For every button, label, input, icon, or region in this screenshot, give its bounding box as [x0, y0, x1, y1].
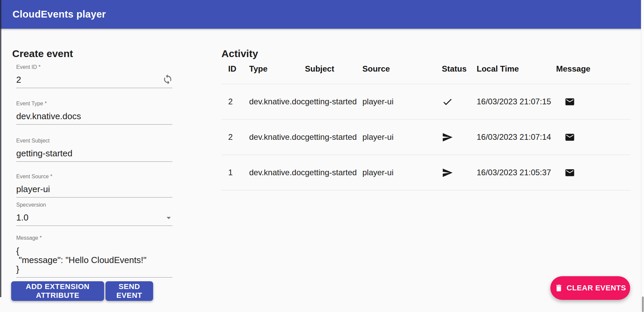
send-icon	[442, 132, 453, 143]
activity-table: ID Type Subject Source Status Local Time…	[221, 54, 631, 190]
event-id-field[interactable]: Event ID * 2	[16, 64, 172, 88]
cell-source: player-ui	[362, 132, 442, 142]
send-event-button[interactable]: SEND EVENT	[105, 281, 153, 301]
cell-message	[556, 97, 624, 107]
cell-type: dev.knative.docs	[249, 97, 305, 106]
cell-id: 1	[221, 168, 249, 177]
event-type-field[interactable]: Event Type * dev.knative.docs	[16, 101, 172, 125]
sync-icon[interactable]	[162, 74, 173, 85]
cell-subject: getting-started	[305, 97, 362, 106]
message-label: Message *	[16, 235, 172, 241]
event-subject-field[interactable]: Event Subject getting-started	[16, 138, 172, 162]
cell-local-time: 16/03/2023 21:05:37	[477, 168, 556, 177]
specversion-select[interactable]: Specversion 1.0	[16, 202, 172, 226]
cell-type: dev.knative.docs	[249, 132, 305, 142]
cell-message	[556, 132, 624, 142]
cell-id: 2	[221, 132, 249, 142]
cell-status	[442, 167, 477, 178]
cell-status	[442, 132, 477, 143]
cell-message	[556, 167, 624, 178]
specversion-label: Specversion	[16, 202, 172, 208]
event-source-value[interactable]: player-ui	[16, 184, 50, 194]
scrollbar-thumb[interactable]	[642, 296, 644, 312]
send-icon	[442, 167, 453, 178]
trash-icon	[554, 284, 563, 292]
event-type-value[interactable]: dev.knative.docs	[16, 111, 81, 122]
activity-row: 1 dev.knative.docs getting-started playe…	[221, 155, 631, 190]
event-type-label: Event Type *	[16, 101, 172, 107]
event-id-label: Event ID *	[16, 64, 172, 70]
cell-source: player-ui	[362, 168, 442, 177]
cell-local-time: 16/03/2023 21:07:14	[477, 132, 556, 142]
event-subject-label: Event Subject	[16, 138, 172, 144]
column-header-type: Type	[249, 64, 305, 74]
activity-row: 2 dev.knative.docs getting-started playe…	[221, 120, 631, 155]
app-bar: CloudEvents player	[0, 0, 644, 29]
column-header-id: ID	[221, 64, 249, 74]
cell-type: dev.knative.docs	[249, 168, 305, 177]
cell-subject: getting-started	[305, 132, 362, 142]
cell-subject: getting-started	[305, 168, 362, 177]
event-subject-value[interactable]: getting-started	[16, 148, 72, 159]
column-header-subject: Subject	[305, 64, 362, 74]
activity-table-body: 2 dev.knative.docs getting-started playe…	[221, 84, 631, 190]
app-title: CloudEvents player	[13, 9, 106, 20]
event-source-label: Event Source *	[16, 174, 172, 180]
cell-source: player-ui	[362, 97, 442, 106]
cell-status	[442, 96, 477, 107]
event-id-value[interactable]: 2	[16, 75, 21, 85]
message-field[interactable]: Message * { "message": "Hello CloudEvent…	[16, 235, 172, 278]
cloudevents-player-app: CloudEvents player Create event Event ID…	[0, 0, 644, 312]
window-edge-strip	[0, 0, 1, 297]
specversion-value[interactable]: 1.0	[16, 212, 28, 223]
clear-events-label: CLEAR EVENTS	[567, 284, 626, 292]
activity-row: 2 dev.knative.docs getting-started playe…	[221, 84, 631, 120]
event-source-field[interactable]: Event Source * player-ui	[16, 174, 172, 198]
activity-table-header: ID Type Subject Source Status Local Time…	[221, 54, 631, 84]
add-extension-attribute-button[interactable]: ADD EXTENSION ATTRIBUTE	[11, 281, 104, 301]
message-value[interactable]: { "message": "Hello CloudEvents!"}	[16, 246, 146, 274]
dropdown-arrow-icon[interactable]	[164, 213, 174, 223]
column-header-status: Status	[442, 64, 477, 74]
scrollbar-track	[641, 0, 644, 312]
cell-id: 2	[221, 97, 249, 106]
check-icon	[442, 96, 453, 107]
column-header-source: Source	[362, 64, 442, 74]
create-event-heading: Create event	[12, 48, 73, 59]
cell-local-time: 16/03/2023 21:07:15	[477, 97, 556, 106]
email-icon[interactable]	[565, 97, 575, 107]
email-icon[interactable]	[565, 167, 575, 178]
column-header-message: Message	[556, 64, 624, 74]
column-header-local-time: Local Time	[477, 64, 556, 74]
email-icon[interactable]	[565, 132, 575, 142]
clear-events-button[interactable]: CLEAR EVENTS	[550, 276, 630, 300]
